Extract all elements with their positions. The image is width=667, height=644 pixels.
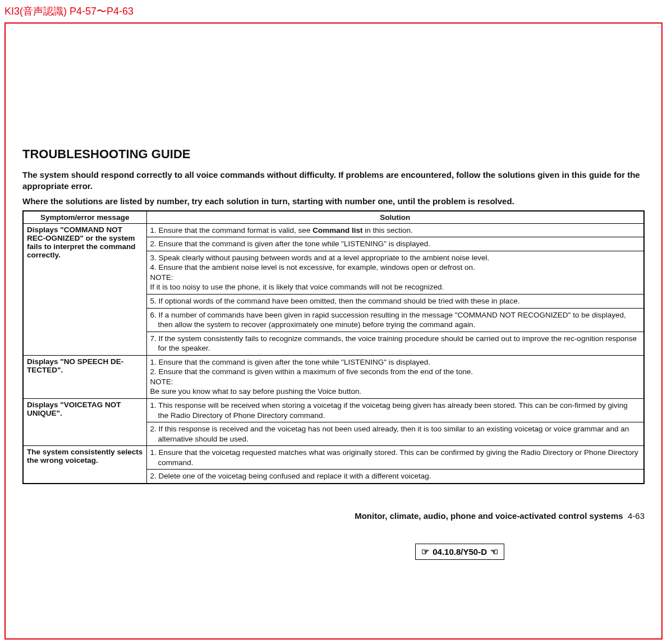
solution-bold: Command list [312,226,362,234]
page-footer: Monitor, climate, audio, phone and voice… [355,511,645,521]
footer-page-number: 4-63 [628,511,645,521]
solution-cell: 1. Ensure that the command format is val… [146,223,644,237]
date-box: ☞ 04.10.8/Y50-D ☜ [415,544,504,560]
solution-text: 2. If this response is received and the … [150,424,641,444]
page-title: TROUBLESHOOTING GUIDE [22,147,645,162]
solution-text: 6. If a number of commands have been giv… [150,310,641,330]
solution-cell: 2. Delete one of the voicetag being conf… [146,470,644,484]
solution-cell: 1. Ensure that the voicetag requested ma… [146,446,644,470]
solution-cell: 6. If a number of commands have been giv… [146,308,644,332]
table-header-symptom: Symptom/error message [23,211,146,224]
solution-cell: 1. Ensure that the command is given afte… [146,355,644,398]
page-frame: TROUBLESHOOTING GUIDE The system should … [4,22,663,640]
intro-text-1: The system should respond correctly to a… [22,169,645,192]
table-row: The system consistently selects the wron… [23,446,644,470]
solution-text: 1. Ensure that the command format is val… [150,226,313,234]
solution-cell: 5. If optional words of the command have… [146,295,644,309]
solution-text: 3. Speak clearly without pausing between… [150,253,641,263]
solution-text: Be sure you know what to say before push… [150,387,641,397]
table-header-solution: Solution [146,211,644,224]
solution-cell: 1. This response will be received when s… [146,398,644,422]
solution-text: 2. Ensure that the command is given with… [150,367,641,377]
solution-text: 7. If the system consistently fails to r… [150,334,641,353]
pointing-right-icon: ☞ [421,546,429,557]
solution-text: in this section. [362,226,412,234]
solution-cell: 3. Speak clearly without pausing between… [146,251,644,294]
solution-cell: 2. Ensure that the command is given afte… [146,237,644,251]
solution-cell: 7. If the system consistently fails to r… [146,332,644,355]
solution-text: 1. Ensure that the command is given afte… [150,357,641,367]
solution-cell: 2. If this response is received and the … [146,422,644,446]
date-text: 04.10.8/Y50-D [433,547,487,556]
troubleshooting-table: Symptom/error message Solution Displays … [22,210,645,484]
symptom-cell: Displays "VOICETAG NOT UNIQUE". [23,398,146,445]
solution-text: 1. This response will be received when s… [150,401,641,420]
solution-text: 2. Delete one of the voicetag being conf… [150,471,641,481]
intro-text-2: Where the solutions are listed by number… [22,196,645,207]
solution-text: NOTE: [150,273,641,283]
solution-text: 4. Ensure that the ambient noise level i… [150,263,641,273]
symptom-cell: The system consistently selects the wron… [23,446,146,484]
table-row: Displays "NO SPEECH DE-TECTED". 1. Ensur… [23,355,644,398]
solution-text: If it is too noisy to use the phone, it … [150,282,641,292]
solution-text: 1. Ensure that the voicetag requested ma… [150,448,641,467]
solution-text: 5. If optional words of the command have… [150,296,641,306]
footer-section: Monitor, climate, audio, phone and voice… [355,511,623,521]
symptom-cell: Displays "NO SPEECH DE-TECTED". [23,355,146,398]
table-row: Displays "VOICETAG NOT UNIQUE". 1. This … [23,398,644,422]
symptom-cell: Displays "COMMAND NOT REC-OGNIZED" or th… [23,223,146,355]
table-row: Displays "COMMAND NOT REC-OGNIZED" or th… [23,223,644,237]
solution-text: NOTE: [150,377,641,387]
header-label: KI3(音声認識) P4-57〜P4-63 [0,0,667,18]
pointing-left-icon: ☜ [490,546,498,557]
solution-text: 2. Ensure that the command is given afte… [150,239,641,249]
